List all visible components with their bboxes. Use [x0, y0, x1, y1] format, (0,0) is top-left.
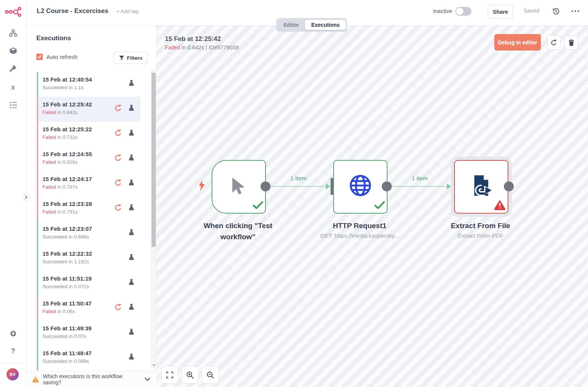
add-tag-button[interactable]: + Add tag [116, 8, 138, 14]
file-export-icon [469, 174, 493, 199]
node-http-request[interactable] [333, 160, 388, 214]
execution-timestamp: 15 Feb at 12:25:42 [42, 101, 92, 108]
workflow-canvas[interactable]: 15 Feb at 12:25:42 Failed in 0.842s | ID… [156, 25, 588, 387]
active-toggle[interactable] [455, 7, 471, 16]
tab-executions[interactable]: Executions [305, 20, 346, 30]
connection-line[interactable] [265, 186, 331, 187]
refresh-icon [550, 39, 557, 46]
node-label: HTTP Request1 [298, 220, 421, 231]
test-execution-flask-icon[interactable] [128, 303, 135, 313]
retry-execution-icon[interactable] [114, 179, 122, 188]
test-execution-flask-icon[interactable] [128, 328, 135, 338]
sidebar-item-credentials[interactable] [0, 64, 26, 73]
chevron-right-icon [24, 195, 28, 199]
retry-execution-icon[interactable] [114, 129, 122, 139]
execution-list-item[interactable]: 15 Feb at 12:24:17 Failed in 0.797s [37, 171, 140, 196]
execution-list-item[interactable]: 15 Feb at 12:24:55 Failed in 0.918s [37, 147, 140, 171]
execution-status-bar [37, 171, 38, 196]
auto-refresh-checkbox[interactable] [36, 54, 43, 60]
execution-list-item[interactable]: 15 Feb at 12:23:28 Failed in 0.791s [37, 196, 140, 221]
execution-list-item[interactable]: 15 Feb at 12:25:42 Failed in 0.842s [37, 97, 140, 122]
retry-execution-icon[interactable] [114, 204, 122, 213]
collapse-panel-button[interactable] [22, 193, 30, 201]
help-icon[interactable]: ? [0, 347, 26, 355]
execution-list-item[interactable]: 15 Feb at 11:51:19 Succeeded in 0.072s [37, 271, 140, 296]
execution-timestamp: 15 Feb at 12:25:22 [42, 126, 92, 132]
filters-button[interactable]: Filters [114, 52, 148, 64]
saved-status: Saved [524, 8, 539, 14]
scrollbar-thumb[interactable] [151, 73, 156, 247]
retry-execution-icon[interactable] [114, 154, 122, 163]
more-options-icon[interactable] [572, 10, 579, 12]
workflow-title[interactable]: L2 Course - Excercises [37, 7, 108, 15]
n8n-logo[interactable] [0, 5, 26, 18]
execution-status-bar [37, 97, 38, 122]
node-label: When clicking "Test workflow" [192, 220, 284, 243]
execution-status-bar [37, 346, 38, 371]
execution-status-text: Failed in 0.06s [42, 309, 75, 314]
zoom-out-icon [207, 371, 214, 379]
chevron-down-icon [145, 377, 150, 381]
execution-list-item[interactable]: 15 Feb at 12:23:07 Succeeded in 0.698s [37, 221, 140, 246]
fit-view-icon [166, 371, 173, 379]
execution-status-bar [37, 246, 38, 271]
sidebar-item-variables[interactable]: x [0, 83, 26, 91]
auto-refresh-toggle[interactable]: Auto refresh [36, 54, 78, 60]
retry-execution-icon[interactable] [114, 104, 122, 114]
connection-items-label: 1 item [265, 175, 331, 182]
connection-items-label: 1 item [387, 175, 453, 182]
node-output-connector[interactable] [261, 181, 270, 191]
scrollbar-down-arrow[interactable] [152, 364, 155, 368]
test-execution-flask-icon[interactable] [128, 179, 135, 188]
execution-timestamp: 15 Feb at 11:50:47 [42, 300, 91, 307]
test-execution-flask-icon[interactable] [128, 278, 135, 288]
version-history-icon[interactable] [552, 7, 560, 17]
test-execution-flask-icon[interactable] [128, 229, 135, 238]
sidebar-item-workflows[interactable] [0, 29, 26, 37]
execution-status-text: Succeeded in 0.089s [42, 358, 89, 364]
test-execution-flask-icon[interactable] [128, 204, 135, 213]
filters-label: Filters [127, 55, 143, 61]
execution-status-bar [37, 147, 38, 171]
zoom-to-fit-button[interactable] [161, 366, 178, 384]
retry-execution-icon[interactable] [114, 303, 122, 313]
node-extract-from-file[interactable] [454, 160, 508, 214]
refresh-execution-button[interactable] [547, 36, 560, 50]
avatar[interactable]: BV [7, 368, 19, 380]
execution-status-bar [37, 196, 38, 221]
sidebar-item-executions[interactable] [0, 101, 26, 109]
node-manual-trigger[interactable] [212, 160, 266, 214]
zoom-in-button[interactable] [181, 366, 199, 384]
test-execution-flask-icon[interactable] [128, 129, 135, 139]
debug-in-editor-button[interactable]: Debug in editor [494, 34, 541, 51]
test-execution-flask-icon[interactable] [128, 104, 135, 114]
execution-list-item[interactable]: 15 Feb at 12:22:32 Succeeded in 1.192s [37, 246, 140, 271]
settings-gear-icon[interactable] [0, 329, 26, 338]
execution-status-text: Failed in 0.791s [42, 209, 78, 215]
execution-timestamp: 15 Feb at 12:23:28 [42, 201, 92, 207]
execution-detail-title: 15 Feb at 12:25:42 [165, 35, 221, 43]
connection-line[interactable] [387, 186, 453, 187]
execution-timestamp: 15 Feb at 12:40:54 [42, 76, 92, 83]
execution-status-bar [37, 221, 38, 246]
execution-status-text: Succeeded in 0.07s [42, 333, 86, 339]
execution-list-item[interactable]: 15 Feb at 11:50:47 Failed in 0.06s [37, 296, 140, 321]
test-execution-flask-icon[interactable] [128, 154, 135, 163]
executions-saving-footer[interactable]: Which executions is this workflow saving… [26, 371, 156, 387]
node-output-connector[interactable] [504, 181, 514, 191]
zoom-out-button[interactable] [202, 366, 219, 384]
test-execution-flask-icon[interactable] [128, 353, 135, 363]
share-button[interactable]: Share [488, 5, 513, 19]
execution-status-bar [37, 296, 38, 321]
test-execution-flask-icon[interactable] [128, 79, 135, 89]
delete-execution-button[interactable] [565, 36, 578, 50]
node-output-connector[interactable] [382, 181, 392, 191]
execution-list-item[interactable]: 15 Feb at 11:49:39 Succeeded in 0.07s [37, 321, 140, 346]
execution-list-item[interactable]: 15 Feb at 12:40:54 Succeeded in 1.1s [37, 72, 140, 97]
sidebar-item-templates[interactable] [0, 46, 26, 55]
test-execution-flask-icon[interactable] [128, 253, 135, 263]
execution-list-item[interactable]: 15 Feb at 11:48:47 Succeeded in 0.089s [37, 346, 140, 371]
execution-list-item[interactable]: 15 Feb at 12:25:22 Failed in 0.732s [37, 122, 140, 147]
execution-status-text: Failed in 0.797s [42, 184, 78, 190]
tab-editor[interactable]: Editor [277, 20, 305, 30]
